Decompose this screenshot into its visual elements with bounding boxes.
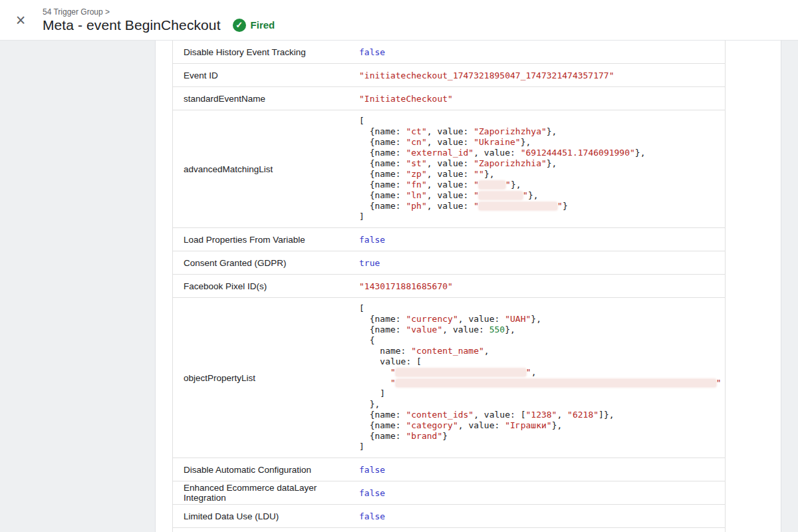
property-row: Limited Data Use (LDU)false bbox=[173, 505, 725, 528]
check-circle-icon: ✓ bbox=[233, 19, 246, 32]
property-row: Load Properties From Variablefalse bbox=[173, 228, 725, 251]
tag-details-card: Disable History Event TrackingfalseEvent… bbox=[156, 41, 781, 532]
property-label: Enhanced Ecommerce dataLayer Integration bbox=[173, 483, 359, 503]
property-value: false bbox=[359, 47, 725, 57]
property-label: advancedMatchingList bbox=[173, 164, 359, 174]
property-row: Disable History Event Trackingfalse bbox=[173, 41, 725, 64]
dialog-body: Disable History Event TrackingfalseEvent… bbox=[0, 41, 798, 532]
fired-status-badge: ✓ Fired bbox=[233, 19, 275, 32]
redacted-value bbox=[396, 368, 526, 376]
dialog-header: × 54 Trigger Group > Meta - event BeginC… bbox=[0, 0, 798, 41]
left-panel bbox=[0, 41, 156, 532]
property-value: "initiatecheckout_1747321895047_17473214… bbox=[359, 70, 725, 80]
property-row: standardEventName"InitiateCheckout" bbox=[173, 87, 725, 110]
property-value: [ {name: "currency", value: "UAH"}, {nam… bbox=[359, 301, 725, 455]
property-label: objectPropertyList bbox=[173, 373, 359, 383]
property-row: Event ID"initiatecheckout_1747321895047_… bbox=[173, 64, 725, 87]
property-value: false bbox=[359, 465, 725, 475]
app-root: × 54 Trigger Group > Meta - event BeginC… bbox=[0, 0, 798, 532]
property-label: Event ID bbox=[173, 70, 359, 80]
right-gutter bbox=[781, 41, 798, 532]
property-label: Limited Data Use (LDU) bbox=[173, 511, 359, 521]
property-value: "1430171881685670" bbox=[359, 281, 725, 291]
close-icon[interactable]: × bbox=[12, 12, 29, 29]
property-label: standardEventName bbox=[173, 94, 359, 104]
property-row: objectPropertyList[ {name: "currency", v… bbox=[173, 298, 725, 458]
redacted-value bbox=[479, 192, 523, 200]
property-row: Disable Automatic Configurationfalse bbox=[173, 458, 725, 481]
breadcrumb[interactable]: 54 Trigger Group > bbox=[43, 7, 275, 17]
property-label: Disable Automatic Configuration bbox=[173, 465, 359, 475]
redacted-value bbox=[479, 181, 505, 189]
properties-table: Disable History Event TrackingfalseEvent… bbox=[172, 41, 726, 532]
property-label: Disable History Event Tracking bbox=[173, 47, 359, 57]
property-row: Enhanced Ecommerce dataLayer Integration… bbox=[173, 481, 725, 505]
property-value: false bbox=[359, 235, 725, 245]
page-title: Meta - event BeginCheckout bbox=[43, 17, 221, 33]
redacted-value bbox=[396, 379, 716, 387]
property-row: advancedMatchingList[ {name: "ct", value… bbox=[173, 110, 725, 228]
redacted-value bbox=[479, 202, 557, 210]
property-label: Facebook Pixel ID(s) bbox=[173, 281, 359, 291]
property-value: false bbox=[359, 511, 725, 521]
fired-status-label: Fired bbox=[251, 19, 275, 31]
property-label: Consent Granted (GDPR) bbox=[173, 258, 359, 268]
property-value: false bbox=[359, 488, 725, 498]
property-value: [ {name: "ct", value: "Zaporizhzhya"}, {… bbox=[359, 113, 725, 225]
property-label: Load Properties From Variable bbox=[173, 235, 359, 245]
property-row: Event Name"standard" bbox=[173, 528, 725, 532]
title-block: 54 Trigger Group > Meta - event BeginChe… bbox=[43, 7, 275, 33]
property-value: true bbox=[359, 258, 725, 268]
property-value: "InitiateCheckout" bbox=[359, 94, 725, 104]
property-row: Facebook Pixel ID(s)"1430171881685670" bbox=[173, 275, 725, 298]
property-row: Consent Granted (GDPR)true bbox=[173, 251, 725, 275]
